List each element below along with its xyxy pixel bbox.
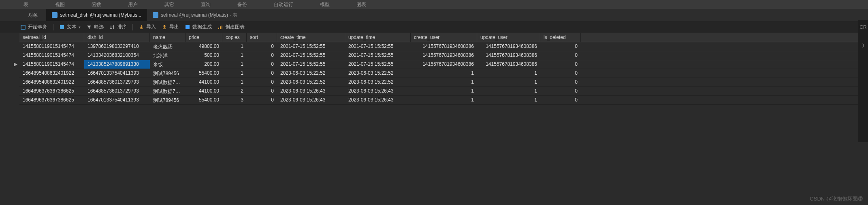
cell-name[interactable]: 测试数据7815 (150, 87, 186, 95)
table-row[interactable]: 14155801190151454741397862198033297410老火… (19, 42, 868, 51)
menu-备份[interactable]: 备份 (230, 1, 254, 8)
cell-dish_id[interactable]: 1664701337540411393 (84, 69, 150, 78)
filter-button[interactable]: 筛选 (86, 24, 104, 30)
import-button[interactable]: 导入 (139, 24, 156, 30)
data-grid[interactable]: setmeal_iddish_idnamepricecopiessortcrea… (0, 33, 868, 105)
menu-用户[interactable]: 用户 (121, 1, 145, 8)
cell-copies[interactable]: 1 (222, 60, 247, 69)
cell-is_deleted[interactable]: 0 (540, 78, 581, 86)
cell-sort[interactable]: 0 (247, 78, 277, 86)
cell-dish_id[interactable]: 1664701337540411393 (84, 96, 150, 104)
table-row[interactable]: 14155801190151454741413342036832100354北冰… (19, 51, 868, 60)
cell-dish_id[interactable]: 1397862198033297410 (84, 42, 150, 51)
table-row[interactable]: ▶14155801190151454741413385247889891330米… (19, 60, 868, 69)
cell-sort[interactable]: 0 (247, 69, 277, 78)
cell-setmeal_id[interactable]: 1415580119015145474 (19, 60, 84, 69)
cell-is_deleted[interactable]: 0 (540, 87, 581, 95)
column-header-setmeal_id[interactable]: setmeal_id (19, 33, 84, 42)
text-button[interactable]: 文本 ▾ (59, 24, 81, 30)
cell-update_time[interactable]: 2023-06-03 15:22:52 (345, 69, 411, 78)
menu-自动运行[interactable]: 自动运行 (267, 1, 301, 8)
cell-name[interactable]: 测试数据7815 (150, 78, 186, 86)
table-row[interactable]: 16648954086324019221664701337540411393测试… (19, 69, 868, 78)
menu-函数[interactable]: 函数 (84, 1, 109, 8)
cell-update_user[interactable]: 1 (477, 87, 540, 95)
cell-copies[interactable]: 1 (222, 78, 247, 86)
cell-is_deleted[interactable]: 0 (540, 96, 581, 104)
cell-create_user[interactable]: 1415576781934608386 (411, 60, 477, 69)
cell-price[interactable]: 55400.00 (186, 69, 222, 78)
cell-copies[interactable]: 1 (222, 69, 247, 78)
cell-update_time[interactable]: 2023-06-03 15:26:43 (345, 96, 411, 104)
cell-price[interactable]: 500.00 (186, 51, 222, 60)
begin-transaction-button[interactable]: 开始事务 (20, 24, 47, 30)
cell-sort[interactable]: 0 (247, 96, 277, 104)
table-row[interactable]: 16648954086324019221664885736013729793测试… (19, 78, 868, 87)
column-header-sort[interactable]: sort (247, 33, 277, 42)
cell-create_user[interactable]: 1 (411, 78, 477, 86)
cell-is_deleted[interactable]: 0 (540, 69, 581, 78)
cell-name[interactable]: 测试789456 (150, 96, 186, 104)
menu-表[interactable]: 表 (16, 1, 36, 8)
cell-setmeal_id[interactable]: 1664896376367386625 (19, 87, 84, 95)
column-header-create_user[interactable]: create_user (411, 33, 477, 42)
sort-button[interactable]: 排序 (109, 24, 127, 30)
cell-dish_id[interactable]: 1664885736013729793 (84, 78, 150, 86)
column-header-price[interactable]: price (186, 33, 222, 42)
cell-create_time[interactable]: 2023-06-03 15:26:43 (277, 96, 345, 104)
data-gen-button[interactable]: 数据生成 (185, 24, 212, 30)
cell-sort[interactable]: 0 (247, 42, 277, 51)
column-header-update_user[interactable]: update_user (477, 33, 540, 42)
cell-create_time[interactable]: 2021-07-15 15:52:55 (277, 51, 345, 60)
table-row[interactable]: 16648963763673866251664885736013729793测试… (19, 87, 868, 96)
cell-name[interactable]: 米饭 (150, 60, 186, 69)
column-header-update_time[interactable]: update_time (345, 33, 411, 42)
cell-name[interactable]: 测试789456 (150, 69, 186, 78)
cell-create_time[interactable]: 2023-06-03 15:22:52 (277, 69, 345, 78)
cell-update_user[interactable]: 1415576781934608386 (477, 51, 540, 60)
cell-dish_id[interactable]: 1664885736013729793 (84, 87, 150, 95)
menu-其它[interactable]: 其它 (157, 1, 181, 8)
cell-sort[interactable]: 0 (247, 87, 277, 95)
cell-setmeal_id[interactable]: 1664896376367386625 (19, 96, 84, 104)
menu-视图[interactable]: 视图 (48, 1, 72, 8)
cell-dish_id[interactable]: 1413342036832100354 (84, 51, 150, 60)
cell-setmeal_id[interactable]: 1664895408632401922 (19, 69, 84, 78)
cell-is_deleted[interactable]: 0 (540, 51, 581, 60)
cell-name[interactable]: 老火靓汤 (150, 42, 186, 51)
export-button[interactable]: 导出 (162, 24, 179, 30)
cell-price[interactable]: 200.00 (186, 60, 222, 69)
column-header-dish_id[interactable]: dish_id (84, 33, 150, 42)
cell-sort[interactable]: 0 (247, 60, 277, 69)
side-tool[interactable]: ) (862, 42, 864, 48)
cell-create_user[interactable]: 1415576781934608386 (411, 42, 477, 51)
cell-create_user[interactable]: 1 (411, 69, 477, 78)
cell-update_time[interactable]: 2021-07-15 15:52:55 (345, 51, 411, 60)
cell-create_time[interactable]: 2021-07-15 15:52:55 (277, 60, 345, 69)
cell-copies[interactable]: 3 (222, 96, 247, 104)
cell-price[interactable]: 44100.00 (186, 78, 222, 86)
cell-setmeal_id[interactable]: 1415580119015145474 (19, 51, 84, 60)
cell-update_time[interactable]: 2021-07-15 15:52:55 (345, 42, 411, 51)
menu-查询[interactable]: 查询 (194, 1, 218, 8)
cell-create_user[interactable]: 1415576781934608386 (411, 51, 477, 60)
cell-update_time[interactable]: 2021-07-15 15:52:55 (345, 60, 411, 69)
cell-create_time[interactable]: 2021-07-15 15:52:55 (277, 42, 345, 51)
menu-图表[interactable]: 图表 (349, 1, 373, 8)
cell-update_time[interactable]: 2023-06-03 15:26:43 (345, 87, 411, 95)
cell-update_user[interactable]: 1415576781934608386 (477, 60, 540, 69)
cell-update_user[interactable]: 1 (477, 69, 540, 78)
column-header-name[interactable]: name (150, 33, 186, 42)
cell-price[interactable]: 44100.00 (186, 87, 222, 95)
tab[interactable]: setmeal @ruijiwaimai (Mybatis) - 表 (147, 9, 243, 21)
column-header-create_time[interactable]: create_time (277, 33, 345, 42)
cell-setmeal_id[interactable]: 1415580119015145474 (19, 42, 84, 51)
create-chart-button[interactable]: 创建图表 (218, 24, 245, 30)
cell-update_user[interactable]: 1 (477, 96, 540, 104)
column-header-is_deleted[interactable]: is_deleted (540, 33, 581, 42)
cell-create_time[interactable]: 2023-06-03 15:22:52 (277, 78, 345, 86)
tab-objects[interactable]: 对象 (20, 12, 46, 19)
cell-update_user[interactable]: 1 (477, 78, 540, 86)
side-tool[interactable]: CR (859, 24, 866, 30)
cell-is_deleted[interactable]: 0 (540, 42, 581, 51)
